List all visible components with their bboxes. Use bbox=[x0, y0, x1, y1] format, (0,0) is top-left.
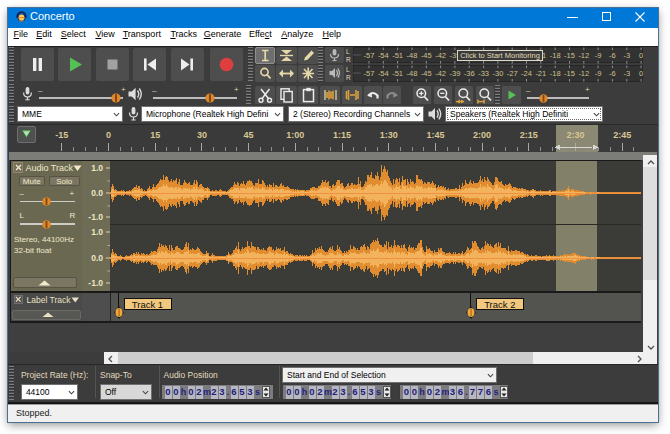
svg-text:-1.0: -1.0 bbox=[88, 212, 103, 222]
svg-text:-45: -45 bbox=[421, 51, 432, 60]
svg-text:-9: -9 bbox=[595, 69, 602, 78]
svg-text:-39: -39 bbox=[449, 69, 460, 78]
svg-text:15: 15 bbox=[150, 130, 160, 140]
svg-text:-51: -51 bbox=[392, 51, 403, 60]
svg-text:1:15: 1:15 bbox=[333, 130, 351, 140]
svg-text:-57: -57 bbox=[364, 51, 375, 60]
svg-text:-15: -15 bbox=[564, 51, 575, 60]
svg-text:2:00: 2:00 bbox=[473, 130, 491, 140]
svg-text:-21: -21 bbox=[535, 69, 546, 78]
svg-text:-15: -15 bbox=[564, 69, 575, 78]
svg-text:-42: -42 bbox=[435, 69, 446, 78]
svg-text:-48: -48 bbox=[407, 69, 418, 78]
svg-text:-9: -9 bbox=[595, 51, 602, 60]
svg-text:0: 0 bbox=[639, 51, 643, 60]
svg-text:2:45: 2:45 bbox=[613, 130, 631, 140]
svg-text:-51: -51 bbox=[392, 69, 403, 78]
svg-text:-45: -45 bbox=[421, 69, 432, 78]
svg-text:1:45: 1:45 bbox=[426, 130, 444, 140]
svg-text:-6: -6 bbox=[609, 69, 616, 78]
svg-text:-33: -33 bbox=[478, 69, 489, 78]
svg-text:30: 30 bbox=[197, 130, 207, 140]
svg-text:-18: -18 bbox=[550, 51, 561, 60]
svg-text:0: 0 bbox=[639, 69, 643, 78]
svg-text:0.0: 0.0 bbox=[91, 188, 103, 198]
svg-text:-42: -42 bbox=[435, 51, 446, 60]
svg-text:2:30: 2:30 bbox=[566, 130, 584, 140]
svg-text:1:00: 1:00 bbox=[286, 130, 304, 140]
svg-text:1.0: 1.0 bbox=[91, 227, 103, 237]
svg-text:-24: -24 bbox=[521, 69, 532, 78]
svg-text:-18: -18 bbox=[550, 69, 561, 78]
svg-text:-57: -57 bbox=[364, 69, 375, 78]
svg-text:-27: -27 bbox=[507, 69, 518, 78]
svg-text:0.0: 0.0 bbox=[91, 253, 103, 263]
svg-text:-12: -12 bbox=[578, 69, 589, 78]
svg-text:-3: -3 bbox=[623, 69, 630, 78]
svg-text:0: 0 bbox=[106, 130, 111, 140]
svg-text:1:30: 1:30 bbox=[380, 130, 398, 140]
svg-text:45: 45 bbox=[244, 130, 254, 140]
svg-text:2:15: 2:15 bbox=[520, 130, 538, 140]
svg-text:-1.0: -1.0 bbox=[88, 278, 103, 288]
svg-text:-3: -3 bbox=[623, 51, 630, 60]
svg-text:-54: -54 bbox=[378, 51, 389, 60]
svg-text:1.0: 1.0 bbox=[91, 163, 103, 173]
svg-text:-36: -36 bbox=[464, 69, 475, 78]
svg-text:-15: -15 bbox=[55, 130, 68, 140]
svg-text:-48: -48 bbox=[407, 51, 418, 60]
svg-text:-12: -12 bbox=[578, 51, 589, 60]
svg-text:-54: -54 bbox=[378, 69, 389, 78]
svg-text:-30: -30 bbox=[492, 69, 503, 78]
svg-text:-6: -6 bbox=[609, 51, 616, 60]
